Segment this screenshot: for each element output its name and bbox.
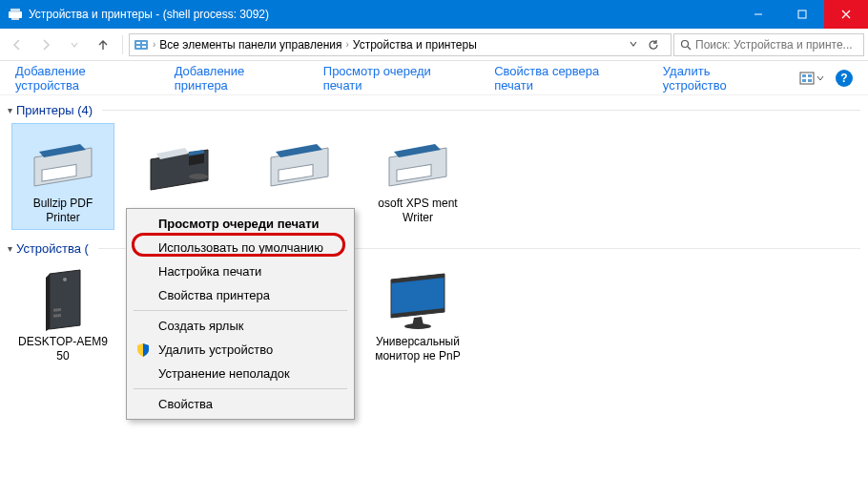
svg-point-31	[404, 323, 431, 329]
printer-icon	[259, 128, 340, 195]
menu-troubleshoot[interactable]: Устранение неполадок	[130, 362, 351, 385]
remove-device-link[interactable]: Удалить устройство	[663, 64, 775, 93]
menu-print-prefs[interactable]: Настройка печати	[130, 259, 351, 283]
menu-separator	[134, 310, 347, 311]
chevron-down-icon: ▾	[8, 105, 12, 115]
chevron-down-icon: ▾	[8, 243, 12, 254]
back-button[interactable]	[4, 31, 31, 58]
printer-icon	[378, 128, 458, 195]
window-title: Устройства и принтеры - (shell process: …	[29, 8, 736, 21]
item-label: Bullzip PDF Printer	[16, 197, 110, 225]
printer-item[interactable]: Bullzip PDF Printer	[11, 123, 114, 230]
svg-point-12	[682, 40, 689, 47]
search-icon	[680, 39, 692, 51]
help-button[interactable]: ?	[836, 70, 853, 87]
refresh-button[interactable]	[648, 39, 667, 51]
svg-point-20	[189, 174, 208, 179]
svg-rect-11	[142, 46, 146, 48]
server-props-link[interactable]: Свойства сервера печати	[494, 64, 638, 93]
svg-rect-16	[808, 74, 812, 77]
menu-printer-props[interactable]: Свойства принтера	[130, 283, 351, 307]
svg-rect-2	[11, 18, 19, 20]
menu-properties[interactable]: Свойства	[130, 392, 351, 416]
maximize-button[interactable]	[780, 0, 824, 29]
desktop-pc-icon	[23, 266, 103, 333]
printer-icon	[23, 128, 103, 195]
search-input[interactable]	[695, 38, 858, 52]
view-mode-button[interactable]	[799, 72, 824, 85]
menu-remove[interactable]: Удалить устройство	[130, 338, 351, 362]
svg-rect-0	[9, 11, 22, 18]
app-icon	[8, 7, 23, 22]
svg-rect-1	[10, 9, 20, 12]
up-button[interactable]	[90, 31, 116, 58]
forward-button[interactable]	[32, 31, 59, 58]
svg-rect-17	[802, 79, 806, 82]
printer-item[interactable]: osoft XPS ment Writer	[366, 123, 469, 230]
titlebar: Устройства и принтеры - (shell process: …	[0, 0, 868, 29]
shield-icon	[135, 342, 151, 358]
toolbar: Добавление устройства Добавление принтер…	[0, 61, 868, 95]
svg-rect-14	[800, 73, 814, 84]
breadcrumb[interactable]: › Все элементы панели управления › Устро…	[129, 33, 672, 56]
chevron-right-icon: ›	[345, 39, 348, 50]
view-queue-link[interactable]: Просмотр очереди печати	[323, 64, 469, 93]
control-panel-icon	[134, 37, 149, 52]
history-dropdown[interactable]	[61, 31, 88, 58]
group-header-printers[interactable]: ▾ Принтеры (4)	[8, 103, 860, 117]
breadcrumb-item[interactable]: Все элементы панели управления	[159, 38, 341, 52]
svg-line-13	[688, 47, 691, 50]
svg-rect-18	[808, 79, 812, 82]
svg-rect-9	[142, 42, 146, 44]
breadcrumb-item[interactable]: Устройства и принтеры	[353, 38, 477, 52]
item-label: Универсальный монитор не PnP	[371, 335, 465, 363]
context-menu: Просмотр очереди печати Использовать по …	[126, 208, 355, 420]
add-device-link[interactable]: Добавление устройства	[15, 64, 150, 93]
menu-create-shortcut[interactable]: Создать ярлык	[130, 314, 351, 338]
svg-rect-8	[136, 42, 140, 44]
svg-rect-15	[802, 74, 806, 77]
item-label: osoft XPS ment Writer	[371, 197, 465, 225]
search-box[interactable]	[673, 33, 864, 56]
device-item[interactable]: Универсальный монитор не PnP	[366, 261, 469, 397]
group-title: Устройства (	[16, 241, 89, 256]
breadcrumb-dropdown[interactable]	[629, 39, 648, 51]
navbar: › Все элементы панели управления › Устро…	[0, 29, 868, 61]
device-item[interactable]: DESKTOP-AEM9 50	[11, 261, 114, 397]
svg-point-24	[63, 278, 67, 281]
svg-rect-7	[134, 40, 148, 50]
menu-set-default[interactable]: Использовать по умолчанию	[130, 236, 351, 259]
fax-icon	[141, 128, 221, 195]
chevron-right-icon: ›	[153, 39, 155, 50]
menu-separator	[134, 388, 347, 389]
item-label: DESKTOP-AEM9 50	[16, 335, 110, 363]
add-printer-link[interactable]: Добавление принтера	[175, 64, 299, 93]
minimize-button[interactable]	[736, 0, 780, 29]
group-title: Принтеры (4)	[16, 103, 93, 117]
svg-rect-4	[798, 10, 806, 18]
monitor-icon	[378, 266, 458, 333]
menu-view-queue[interactable]: Просмотр очереди печати	[130, 212, 351, 236]
svg-rect-10	[136, 46, 140, 48]
close-button[interactable]	[824, 0, 868, 29]
